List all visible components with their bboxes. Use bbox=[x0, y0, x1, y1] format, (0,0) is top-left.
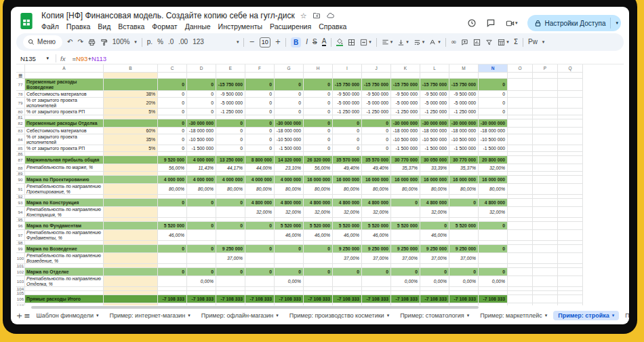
cell[interactable] bbox=[508, 245, 533, 253]
column-header[interactable]: J bbox=[362, 64, 391, 73]
share-button[interactable]: Настройки Доступа ▾ bbox=[527, 15, 621, 31]
cell[interactable]: 0 bbox=[187, 222, 216, 230]
fill-color-button[interactable] bbox=[336, 38, 343, 46]
sheet-tab[interactable]: Пример: производст bbox=[620, 311, 629, 320]
cell[interactable]: 0 bbox=[187, 91, 216, 98]
cloud-status-icon[interactable] bbox=[326, 12, 335, 20]
cell[interactable]: -10 500 000 bbox=[275, 134, 304, 145]
cell[interactable]: Маржинальная прибыль общая bbox=[25, 156, 104, 164]
cell[interactable]: 0 bbox=[158, 128, 187, 134]
cell[interactable]: 0 bbox=[479, 268, 508, 276]
cell[interactable]: -18 000 000 bbox=[420, 128, 449, 134]
cell[interactable]: 0 bbox=[245, 222, 275, 230]
cell[interactable] bbox=[158, 253, 187, 264]
cell[interactable]: 44,17% bbox=[216, 164, 245, 172]
cell[interactable]: 0 bbox=[216, 119, 245, 128]
cell[interactable] bbox=[558, 295, 583, 303]
insert-comment-button[interactable] bbox=[461, 39, 468, 46]
cell[interactable] bbox=[508, 119, 533, 128]
cell[interactable]: 0 bbox=[187, 268, 216, 276]
row-header[interactable]: 90 bbox=[16, 176, 25, 184]
cell[interactable] bbox=[508, 222, 533, 230]
meet-icon[interactable]: ▾ bbox=[505, 19, 518, 28]
cell[interactable] bbox=[362, 73, 391, 79]
cell[interactable]: 0 bbox=[420, 268, 449, 276]
merge-cells-button[interactable]: ▾ bbox=[360, 39, 371, 46]
cell[interactable]: 4 000 000 bbox=[275, 176, 304, 184]
cell[interactable]: 0 bbox=[449, 199, 479, 207]
cell[interactable]: 4 000 000 bbox=[158, 176, 187, 184]
cell[interactable]: 9 250 000 bbox=[449, 245, 479, 253]
cell[interactable]: -18 000 000 bbox=[391, 128, 420, 134]
cell[interactable]: Рентабельность по направлению Фундаменты… bbox=[25, 230, 104, 241]
cell[interactable]: 0,00% bbox=[391, 276, 420, 287]
cell[interactable]: 0 bbox=[216, 128, 245, 134]
column-header[interactable]: O bbox=[508, 64, 533, 73]
cell[interactable]: -7 108 333 bbox=[479, 295, 508, 303]
cell[interactable]: 49,40% bbox=[333, 164, 362, 172]
cell[interactable] bbox=[104, 156, 158, 164]
cell[interactable]: 13 250 000 bbox=[216, 156, 245, 164]
cell[interactable]: 80,00% bbox=[391, 184, 420, 195]
cell[interactable]: -10 500 000 bbox=[187, 134, 216, 145]
cell[interactable]: 0 bbox=[362, 128, 391, 134]
undo-button[interactable]: ↶ bbox=[67, 39, 73, 45]
cell[interactable]: 56,00% bbox=[158, 164, 187, 172]
cell[interactable]: -30 000 000 bbox=[449, 119, 479, 128]
cell[interactable]: 0 bbox=[245, 119, 275, 128]
cell[interactable]: -18 000 000 bbox=[187, 128, 216, 134]
cell[interactable] bbox=[333, 73, 362, 79]
cell[interactable]: -30 000 000 bbox=[420, 119, 449, 128]
cell[interactable]: % от закрытого проекта РП bbox=[25, 109, 104, 115]
cell[interactable]: Прямые расходы Итого bbox=[25, 295, 104, 303]
cell[interactable]: % от закрытого проекта исполнителей bbox=[25, 134, 104, 145]
cell[interactable] bbox=[187, 230, 216, 241]
cell[interactable]: 0 bbox=[420, 222, 449, 230]
cell[interactable]: -1 500 000 bbox=[479, 145, 508, 152]
sheet-tab[interactable]: Пример: маркетплейс▾ bbox=[475, 311, 552, 320]
menu-item[interactable]: Файл bbox=[41, 22, 59, 31]
cell[interactable]: 0 bbox=[245, 98, 275, 109]
decrease-font-size-button[interactable]: − bbox=[249, 39, 254, 45]
cell[interactable]: 16 000 000 bbox=[420, 176, 449, 184]
cell[interactable]: 20 800 000 bbox=[479, 156, 508, 164]
version-history-icon[interactable] bbox=[467, 18, 477, 28]
name-box[interactable]: N135 ▾ bbox=[16, 55, 52, 62]
cell[interactable] bbox=[558, 145, 583, 152]
cell[interactable]: 4 800 000 bbox=[479, 199, 508, 207]
row-header[interactable]: 79 bbox=[16, 98, 25, 109]
cell[interactable] bbox=[104, 176, 158, 184]
sheet-tab-caret-icon[interactable]: ▾ bbox=[96, 313, 99, 318]
toolbar-search[interactable]: Меню bbox=[23, 35, 62, 49]
cell[interactable]: 9 250 000 bbox=[420, 245, 449, 253]
cell[interactable] bbox=[508, 128, 533, 134]
cell[interactable]: 0 bbox=[245, 145, 275, 152]
cell[interactable]: 4 000 000 bbox=[187, 156, 216, 164]
cell[interactable]: 4 800 000 bbox=[362, 199, 391, 207]
more-tools-button[interactable]: Pw ▾ bbox=[528, 39, 544, 45]
cell[interactable] bbox=[104, 207, 158, 218]
cell[interactable]: 5% bbox=[104, 145, 158, 152]
cell[interactable] bbox=[533, 176, 558, 184]
cell[interactable] bbox=[216, 276, 245, 287]
cell[interactable] bbox=[104, 230, 158, 241]
cell[interactable]: 0 bbox=[245, 268, 275, 276]
cell[interactable]: 0 bbox=[304, 134, 333, 145]
cell[interactable]: -9 500 000 bbox=[391, 91, 420, 98]
cell[interactable] bbox=[558, 73, 583, 79]
cell[interactable]: 46,00% bbox=[362, 230, 391, 241]
cell[interactable]: 0 bbox=[479, 245, 508, 253]
cell[interactable] bbox=[304, 73, 333, 79]
cell[interactable] bbox=[104, 164, 158, 172]
cell[interactable] bbox=[104, 73, 158, 79]
cell[interactable]: 4 000 000 bbox=[187, 176, 216, 184]
cell[interactable]: 0 bbox=[304, 91, 333, 98]
cell[interactable]: 0 bbox=[187, 109, 216, 115]
cell[interactable]: 0 bbox=[304, 245, 333, 253]
cell[interactable]: 80,00% bbox=[479, 184, 508, 195]
cell[interactable] bbox=[508, 268, 533, 276]
cell[interactable]: 80,00% bbox=[420, 184, 449, 195]
cell[interactable] bbox=[533, 230, 558, 241]
cell[interactable]: 0 bbox=[158, 245, 187, 253]
text-rotate-button[interactable]: ▾ bbox=[429, 39, 441, 46]
